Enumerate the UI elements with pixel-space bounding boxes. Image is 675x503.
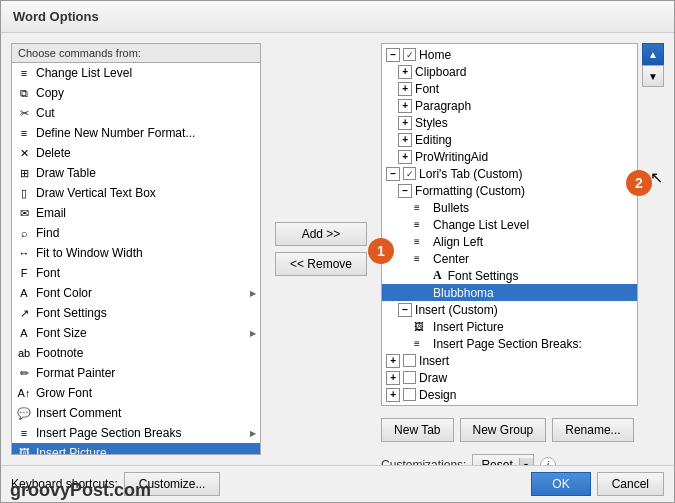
tree-item-change-list-level-r[interactable]: ≡Change List Level (382, 216, 637, 233)
left-list-item-email[interactable]: ✉Email (12, 203, 260, 223)
tree-expand-btn-font-group[interactable]: + (398, 82, 412, 96)
tree-item-label-font-settings-r: Font Settings (448, 269, 519, 283)
tree-item-font-settings-r[interactable]: AFont Settings (382, 267, 637, 284)
tree-expand-btn-clipboard[interactable]: + (398, 65, 412, 79)
list-item-label-insert-picture: Insert Picture (36, 446, 107, 454)
tree-checkbox-insert-group[interactable] (403, 354, 416, 367)
left-list-item-draw-table[interactable]: ⊞Draw Table (12, 163, 260, 183)
left-list-item-insert-comment[interactable]: 💬Insert Comment (12, 403, 260, 423)
tree-item-paragraph[interactable]: +Paragraph (382, 97, 637, 114)
list-item-icon-insert-picture: 🖼 (16, 445, 32, 454)
tree-expand-btn-insert-group[interactable]: + (386, 354, 400, 368)
tree-expand-btn-prowritingaid[interactable]: + (398, 150, 412, 164)
cancel-button[interactable]: Cancel (597, 472, 664, 496)
middle-button-panel: Add >> << Remove (271, 43, 371, 455)
tree-checkbox-loris-tab[interactable] (403, 167, 416, 180)
ok-button[interactable]: OK (531, 472, 590, 496)
new-tab-button[interactable]: New Tab (381, 418, 453, 442)
tree-item-label-loris-tab: Lori's Tab (Custom) (419, 167, 522, 181)
left-list-item-delete[interactable]: ✕Delete (12, 143, 260, 163)
scroll-buttons: ▲ ▼ (642, 43, 664, 406)
list-item-label-font: Font (36, 266, 60, 280)
left-list-item-grow-font[interactable]: A↑Grow Font (12, 383, 260, 403)
tree-item-center[interactable]: ≡Center (382, 250, 637, 267)
left-list-item-format-painter[interactable]: ✏Format Painter (12, 363, 260, 383)
left-list-item-fit-to-window-width[interactable]: ↔Fit to Window Width (12, 243, 260, 263)
tree-expand-btn-home[interactable]: − (386, 48, 400, 62)
left-list-item-footnote[interactable]: abFootnote (12, 343, 260, 363)
remove-button[interactable]: << Remove (275, 252, 367, 276)
tree-expand-btn-paragraph[interactable]: + (398, 99, 412, 113)
list-item-label-format-painter: Format Painter (36, 366, 115, 380)
tree-item-label-editing: Editing (415, 133, 452, 147)
list-item-label-insert-comment: Insert Comment (36, 406, 121, 420)
scroll-up-button[interactable]: ▲ (642, 43, 664, 65)
list-item-label-insert-page-section-breaks: Insert Page Section Breaks (36, 426, 181, 440)
tree-item-label-insert-group: Insert (419, 354, 449, 368)
tree-item-insert-picture-r[interactable]: 🖼Insert Picture (382, 318, 637, 335)
list-item-icon-draw-table: ⊞ (16, 165, 32, 181)
tree-item-home[interactable]: −Home (382, 46, 637, 63)
tree-item-design-group[interactable]: +Design (382, 386, 637, 403)
tree-expand-btn-editing[interactable]: + (398, 133, 412, 147)
left-list-item-insert-picture[interactable]: 🖼Insert Picture (12, 443, 260, 454)
tree-item-formatting-custom[interactable]: −Formatting (Custom) (382, 182, 637, 199)
watermark: groovyPost.com (10, 480, 151, 501)
customizations-info-icon[interactable]: i (540, 457, 556, 465)
tree-leaf-spacer-bullets: ≡ (414, 202, 430, 213)
left-list-item-find[interactable]: ⌕Find (12, 223, 260, 243)
footer-action-buttons: OK Cancel (531, 472, 664, 496)
list-item-label-copy: Copy (36, 86, 64, 100)
list-item-icon-cut: ✂ (16, 105, 32, 121)
list-item-icon-draw-vertical-text-box: ▯ (16, 185, 32, 201)
add-button[interactable]: Add >> (275, 222, 367, 246)
left-list-item-font-color[interactable]: AFont Color (12, 283, 260, 303)
tree-expand-btn-loris-tab[interactable]: − (386, 167, 400, 181)
scroll-down-button[interactable]: ▼ (642, 65, 664, 87)
tree-expand-btn-styles[interactable]: + (398, 116, 412, 130)
badge-2: 2 (626, 170, 652, 196)
left-command-list[interactable]: ≡Change List Level⧉Copy✂Cut≡Define New N… (12, 63, 260, 454)
reset-dropdown[interactable]: Reset ▾ (472, 454, 533, 465)
left-list-item-font[interactable]: FFont (12, 263, 260, 283)
tree-item-blubbhoma[interactable]: Blubbhoma (382, 284, 637, 301)
tree-checkbox-draw-group[interactable] (403, 371, 416, 384)
list-item-icon-insert-page-section-breaks: ≡ (16, 425, 32, 441)
tree-item-prowritingaid[interactable]: +ProWritingAid (382, 148, 637, 165)
tree-item-font-group[interactable]: +Font (382, 80, 637, 97)
left-list-item-copy[interactable]: ⧉Copy (12, 83, 260, 103)
tree-checkbox-design-group[interactable] (403, 388, 416, 401)
left-list-item-define-number-format[interactable]: ≡Define New Number Format... (12, 123, 260, 143)
left-list-item-insert-page-section-breaks[interactable]: ≡Insert Page Section Breaks (12, 423, 260, 443)
tree-item-draw-group[interactable]: +Draw (382, 369, 637, 386)
tree-item-clipboard[interactable]: +Clipboard (382, 63, 637, 80)
left-list-item-cut[interactable]: ✂Cut (12, 103, 260, 123)
rename-button[interactable]: Rename... (552, 418, 633, 442)
tree-item-editing[interactable]: +Editing (382, 131, 637, 148)
left-list-item-change-list-level[interactable]: ≡Change List Level (12, 63, 260, 83)
tree-expand-btn-draw-group[interactable]: + (386, 371, 400, 385)
right-controls: −Home+Clipboard+Font+Paragraph+Styles+Ed… (381, 43, 664, 406)
list-item-icon-grow-font: A↑ (16, 385, 32, 401)
right-tree[interactable]: −Home+Clipboard+Font+Paragraph+Styles+Ed… (381, 43, 638, 406)
reset-dropdown-arrow[interactable]: ▾ (519, 458, 533, 465)
tree-expand-btn-design-group[interactable]: + (386, 388, 400, 402)
left-list-item-font-settings[interactable]: ↗Font Settings (12, 303, 260, 323)
tree-item-insert-group[interactable]: +Insert (382, 352, 637, 369)
left-list-item-font-size[interactable]: AFont Size (12, 323, 260, 343)
tree-checkbox-home[interactable] (403, 48, 416, 61)
list-item-label-email: Email (36, 206, 66, 220)
tree-item-styles[interactable]: +Styles (382, 114, 637, 131)
tree-item-loris-tab[interactable]: −Lori's Tab (Custom) (382, 165, 637, 182)
tree-expand-btn-formatting-custom[interactable]: − (398, 184, 412, 198)
tree-item-label-formatting-custom: Formatting (Custom) (415, 184, 525, 198)
left-list-item-draw-vertical-text-box[interactable]: ▯Draw Vertical Text Box (12, 183, 260, 203)
tree-item-label-styles: Styles (415, 116, 448, 130)
tree-item-label-insert-custom: Insert (Custom) (415, 303, 498, 317)
tree-item-align-left[interactable]: ≡Align Left (382, 233, 637, 250)
tree-item-bullets[interactable]: ≡Bullets (382, 199, 637, 216)
tree-item-insert-custom[interactable]: −Insert (Custom) (382, 301, 637, 318)
tree-item-insert-page-section-r[interactable]: ≡Insert Page Section Breaks: (382, 335, 637, 352)
tree-expand-btn-insert-custom[interactable]: − (398, 303, 412, 317)
new-group-button[interactable]: New Group (460, 418, 547, 442)
